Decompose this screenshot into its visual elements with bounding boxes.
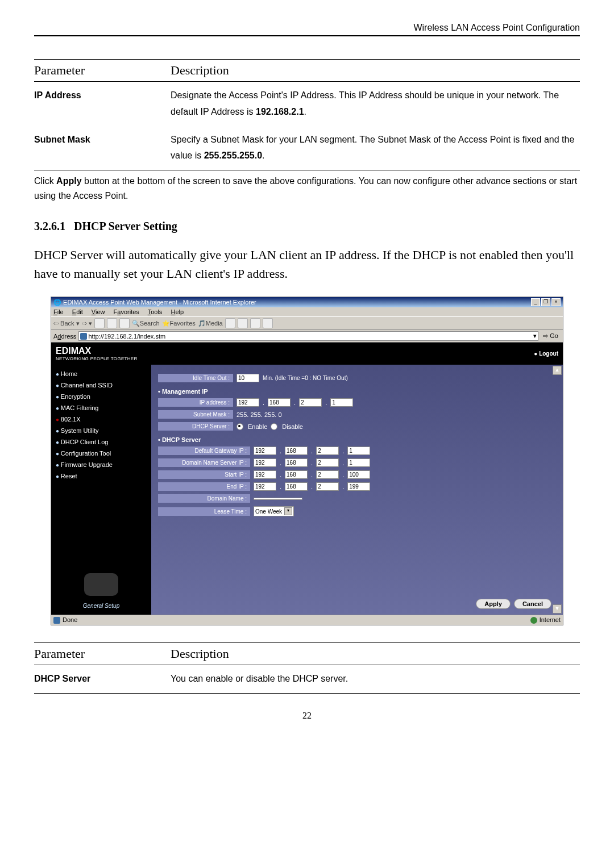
globe-icon <box>530 617 537 624</box>
subnet-mask-value: 255. 255. 255. 0 <box>237 411 282 418</box>
dns-3[interactable]: 2 <box>316 458 339 467</box>
sidebar-item-mac-filtering[interactable]: MAC Filtering <box>56 404 147 411</box>
page-header: Wireless LAN Access Point Configuration <box>34 23 580 36</box>
gw-1[interactable]: 192 <box>254 446 276 455</box>
status-text: Done <box>63 616 77 623</box>
start-2[interactable]: 168 <box>285 470 308 479</box>
param-table-1: Parameter Description IP Address Designa… <box>34 59 580 170</box>
idle-timeout-label: Idle Time Out : <box>158 374 233 382</box>
dns-4[interactable]: 1 <box>347 458 370 467</box>
minimize-button[interactable]: _ <box>531 298 540 306</box>
gw-3[interactable]: 2 <box>316 446 339 455</box>
maximize-button[interactable]: ❐ <box>541 298 550 306</box>
ip-octet-1[interactable]: 192 <box>237 398 259 407</box>
th-description: Description <box>171 60 580 82</box>
ip-octet-2[interactable]: 168 <box>268 398 291 407</box>
dns-2[interactable]: 168 <box>285 458 308 467</box>
main-panel: ▲ Idle Time Out : 10 Min. (Idle Time =0 … <box>151 365 563 615</box>
dhcp-server-label: DHCP Server : <box>158 422 233 431</box>
dhcp-enable-radio[interactable] <box>237 423 243 430</box>
idle-timeout-input[interactable]: 10 <box>237 374 259 382</box>
refresh-icon[interactable] <box>107 318 117 328</box>
gateway-label: Default Gateway IP : <box>158 446 250 455</box>
sidebar-item-channel-ssid[interactable]: Channel and SSID <box>56 382 147 389</box>
subnet-mask-label: Subnet Mask : <box>158 410 233 419</box>
th-parameter: Parameter <box>34 643 171 665</box>
start-1[interactable]: 192 <box>254 470 276 479</box>
dns-label: Domain Name Server IP : <box>158 458 250 467</box>
ie-window: 🌐 EDIMAX Access Point Web Management - M… <box>51 297 563 625</box>
gw-4[interactable]: 1 <box>347 446 370 455</box>
forward-button[interactable]: ⇨ ▾ <box>82 320 92 327</box>
start-4[interactable]: 100 <box>347 470 370 479</box>
home-icon[interactable] <box>119 318 130 328</box>
menu-file[interactable]: File <box>53 308 64 315</box>
brand-sub: NETWORKING PEOPLE TOGETHER <box>56 356 138 361</box>
address-input[interactable]: http://192.168.2.1/index.stm ▾ <box>78 331 538 341</box>
gw-2[interactable]: 168 <box>285 446 308 455</box>
management-ip-heading: Management IP <box>158 388 556 395</box>
edit-icon[interactable] <box>263 318 273 328</box>
brand-bar: EDIMAX NETWORKING PEOPLE TOGETHER Logout <box>51 343 563 365</box>
sidebar-item-encryption[interactable]: Encryption <box>56 393 147 400</box>
ip-address-label: IP address : <box>158 398 233 407</box>
dhcp-server-heading: DHCP Server <box>158 436 556 443</box>
td-desc: Designate the Access Point's IP Address.… <box>171 82 580 126</box>
domain-name-label: Domain Name : <box>158 494 250 503</box>
start-3[interactable]: 2 <box>316 470 339 479</box>
menu-help[interactable]: Help <box>171 308 184 315</box>
go-button[interactable]: ⇨ Go <box>541 332 561 340</box>
td-desc: You can enable or disable the DHCP serve… <box>171 665 580 694</box>
menu-favorites[interactable]: Favorites <box>114 308 139 315</box>
ip-octet-3[interactable]: 2 <box>299 398 322 407</box>
logout-link[interactable]: Logout <box>534 350 558 357</box>
end-2[interactable]: 168 <box>285 482 308 491</box>
close-button[interactable]: × <box>551 298 561 306</box>
domain-name-input[interactable] <box>254 498 302 500</box>
history-icon[interactable] <box>225 318 235 328</box>
end-3[interactable]: 2 <box>316 482 339 491</box>
sidebar-item-configuration-tool[interactable]: Configuration Tool <box>56 450 147 457</box>
menu-tools[interactable]: Tools <box>148 308 163 315</box>
stop-icon[interactable] <box>94 318 105 328</box>
search-button[interactable]: 🔍Search <box>132 320 160 327</box>
td-param: IP Address <box>34 82 171 126</box>
sidebar-item-system-utility[interactable]: System Utility <box>56 427 147 434</box>
start-ip-label: Start IP : <box>158 470 250 479</box>
print-icon[interactable] <box>250 318 260 328</box>
brand-logo: EDIMAX <box>56 346 138 356</box>
end-4[interactable]: 199 <box>347 482 370 491</box>
sidebar-item-8021x[interactable]: 802.1X <box>56 416 147 423</box>
dhcp-disable-radio[interactable] <box>271 423 277 430</box>
end-1[interactable]: 192 <box>254 482 276 491</box>
addressbar: Address http://192.168.2.1/index.stm ▾ ⇨… <box>51 330 563 343</box>
back-button[interactable]: ⇦ Back ▾ <box>53 320 80 327</box>
menu-view[interactable]: View <box>92 308 105 315</box>
ip-octet-4[interactable]: 1 <box>330 398 353 407</box>
statusbar: Done Internet <box>51 615 563 625</box>
titlebar: 🌐 EDIMAX Access Point Web Management - M… <box>51 297 563 307</box>
enable-label: Enable <box>248 423 267 430</box>
dns-1[interactable]: 192 <box>254 458 276 467</box>
chevron-down-icon: ▾ <box>284 507 292 515</box>
page-icon <box>80 333 87 340</box>
toolbar: ⇦ Back ▾ ⇨ ▾ 🔍Search ⭐Favorites 🎵Media <box>51 316 563 330</box>
sidebar-item-home[interactable]: Home <box>56 370 147 377</box>
scroll-up-icon[interactable]: ▲ <box>553 366 562 375</box>
sidebar-item-firmware-upgrade[interactable]: Firmware Upgrade <box>56 461 147 468</box>
menubar: File Edit View Favorites Tools Help <box>51 307 563 316</box>
mail-icon[interactable] <box>238 318 248 328</box>
sidebar-footer: General Setup <box>56 603 147 609</box>
apply-button[interactable]: Apply <box>476 599 511 609</box>
sidebar-item-dhcp-client-log[interactable]: DHCP Client Log <box>56 439 147 445</box>
sidebar-item-reset[interactable]: Reset <box>56 473 147 479</box>
address-label: Address <box>53 333 76 340</box>
lease-time-select[interactable]: One Week▾ <box>254 506 294 516</box>
menu-edit[interactable]: Edit <box>72 308 83 315</box>
ie-icon: 🌐 EDIMAX Access Point Web Management - M… <box>53 299 256 306</box>
idle-timeout-hint: Min. (Idle Time =0 : NO Time Out) <box>263 375 348 381</box>
cancel-button[interactable]: Cancel <box>514 599 551 609</box>
scroll-down-icon[interactable]: ▼ <box>553 604 562 614</box>
favorites-button[interactable]: ⭐Favorites <box>162 320 196 327</box>
media-button[interactable]: 🎵Media <box>198 320 223 327</box>
